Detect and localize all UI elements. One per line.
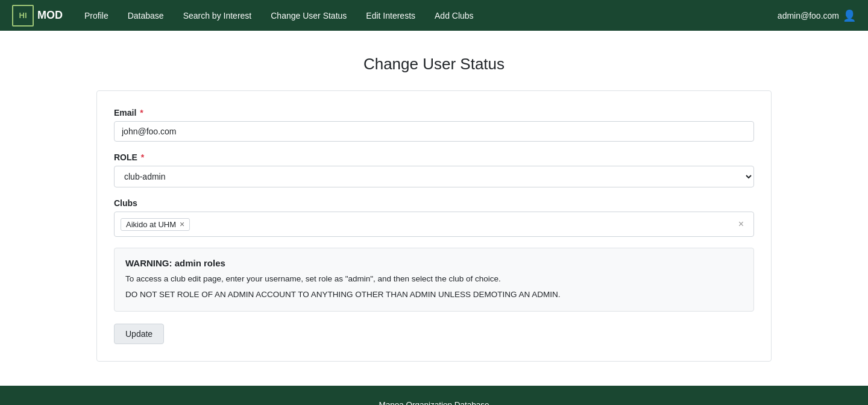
update-button[interactable]: Update (114, 324, 164, 344)
clubs-clear-button[interactable]: × (735, 218, 747, 231)
main-content: Change User Status Email * ROLE * user c… (0, 31, 868, 386)
page-title: Change User Status (363, 55, 505, 74)
user-email: admin@foo.com (778, 11, 839, 20)
brand-logo[interactable]: HI MOD (12, 5, 63, 27)
nav-link-edit-interests[interactable]: Edit Interests (356, 0, 425, 31)
form-card: Email * ROLE * user club-admin admin Clu… (96, 90, 772, 362)
warning-title: WARNING: admin roles (125, 258, 743, 268)
warning-line1: To access a club edit page, enter your u… (125, 273, 743, 285)
clubs-label: Clubs (114, 198, 754, 208)
club-tag-label: Aikido at UHM (126, 220, 176, 229)
nav-link-search-by-interest[interactable]: Search by Interest (174, 0, 262, 31)
role-required-star: * (141, 152, 144, 162)
nav-links: Profile Database Search by Interest Chan… (75, 0, 778, 31)
club-tag-remove-button[interactable]: × (180, 220, 184, 228)
brand-name: MOD (37, 9, 63, 22)
footer-line1: Manoa Organization Database (12, 398, 856, 406)
user-icon: 👤 (843, 9, 856, 22)
nav-link-profile[interactable]: Profile (75, 0, 118, 31)
brand-logo-icon: HI (12, 5, 34, 27)
navbar: HI MOD Profile Database Search by Intere… (0, 0, 868, 31)
email-group: Email * (114, 108, 754, 142)
role-group: ROLE * user club-admin admin (114, 152, 754, 187)
clubs-group: Clubs Aikido at UHM × × (114, 198, 754, 237)
nav-user: admin@foo.com 👤 (778, 9, 856, 22)
role-label: ROLE * (114, 152, 754, 162)
nav-link-change-user-status[interactable]: Change User Status (261, 0, 356, 31)
warning-box: WARNING: admin roles To access a club ed… (114, 248, 754, 312)
email-input[interactable] (114, 121, 754, 142)
clubs-field[interactable]: Aikido at UHM × × (114, 212, 754, 237)
nav-link-database[interactable]: Database (118, 0, 174, 31)
role-select[interactable]: user club-admin admin (114, 166, 754, 187)
footer: Manoa Organization Database University o… (0, 386, 868, 406)
email-required-star: * (140, 108, 143, 118)
warning-line2: DO NOT SET ROLE OF AN ADMIN ACCOUNT TO A… (125, 289, 743, 301)
email-label: Email * (114, 108, 754, 118)
nav-link-add-clubs[interactable]: Add Clubs (425, 0, 483, 31)
club-tag-aikido: Aikido at UHM × (121, 218, 190, 231)
